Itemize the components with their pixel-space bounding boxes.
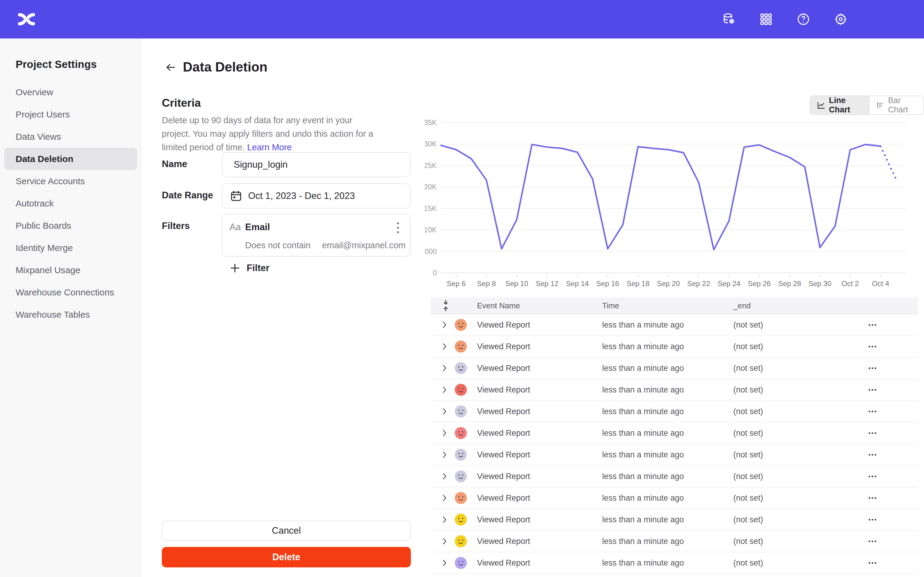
cancel-button[interactable]: Cancel <box>162 521 411 541</box>
table-row[interactable]: Viewed Report less than a minute ago (no… <box>431 358 918 379</box>
table-row[interactable]: Viewed Report less than a minute ago (no… <box>431 552 918 574</box>
row-menu-icon[interactable]: ••• <box>864 358 882 379</box>
name-input[interactable]: Signup_login <box>222 152 410 177</box>
sidebar-item-service-accounts[interactable]: Service Accounts <box>0 170 141 192</box>
row-menu-icon[interactable]: ••• <box>864 401 882 422</box>
bar-chart-toggle[interactable]: Bar Chart <box>869 96 923 114</box>
sidebar-item-warehouse-tables[interactable]: Warehouse Tables <box>0 303 141 326</box>
line-chart-icon <box>817 100 825 110</box>
row-menu-icon[interactable]: ••• <box>864 314 882 335</box>
expand-row-icon[interactable] <box>439 422 450 443</box>
expand-row-icon[interactable] <box>439 574 450 577</box>
row-menu-icon[interactable]: ••• <box>864 466 882 487</box>
sidebar-item-public-boards[interactable]: Public Boards <box>0 214 141 237</box>
sidebar-item-warehouse-connections[interactable]: Warehouse Connections <box>0 281 141 303</box>
row-menu-icon[interactable]: ••• <box>864 552 882 574</box>
expand-row-icon[interactable] <box>439 444 450 465</box>
svg-text:20K: 20K <box>425 183 437 191</box>
expand-row-icon[interactable] <box>439 487 450 508</box>
table-row[interactable]: Viewed Report less than a minute ago (no… <box>431 401 918 422</box>
collapse-rows-icon[interactable] <box>440 300 451 311</box>
table-row[interactable]: Viewed Report less than a minute ago (no… <box>431 336 918 358</box>
sidebar-item-mixpanel-usage[interactable]: Mixpanel Usage <box>0 259 141 281</box>
sidebar-item-overview[interactable]: Overview <box>0 81 141 103</box>
sidebar-item-data-views[interactable]: Data Views <box>0 126 141 148</box>
filter-condition-row: Does not contain email@mixpanel.com <box>245 240 405 250</box>
row-menu-icon[interactable]: ••• <box>864 444 882 465</box>
table-row[interactable]: Viewed Report less than a minute ago (no… <box>431 444 918 466</box>
sidebar-item-autotrack[interactable]: Autotrack <box>0 192 141 214</box>
string-type-badge: Aa <box>229 222 245 233</box>
filter-operator[interactable]: Does not contain <box>245 240 311 250</box>
topbar-icon-group <box>721 0 848 39</box>
table-row[interactable]: Viewed Report less than a minute ago (no… <box>431 531 918 552</box>
table-row[interactable]: Viewed Report less than a minute ago (no… <box>431 314 918 336</box>
name-input-value: Signup_login <box>222 159 288 170</box>
row-menu-icon[interactable]: ••• <box>864 531 882 552</box>
table-row[interactable]: Viewed Report less than a minute ago (no… <box>431 422 918 444</box>
sidebar-item-data-deletion[interactable]: Data Deletion <box>4 148 137 170</box>
column-header-end[interactable]: _end <box>733 298 751 314</box>
table-row[interactable]: Viewed Report less than a minute ago (no… <box>431 574 918 577</box>
sidebar-item-project-users[interactable]: Project Users <box>0 103 141 126</box>
expand-row-icon[interactable] <box>439 552 450 574</box>
table-row[interactable]: Viewed Report less than a minute ago (no… <box>431 509 918 531</box>
delete-button[interactable]: Delete <box>162 547 411 567</box>
line-chart-toggle[interactable]: Line Chart <box>810 96 869 114</box>
expand-row-icon[interactable] <box>439 466 450 487</box>
end-cell: (not set) <box>733 314 763 335</box>
time-cell: less than a minute ago <box>602 574 684 577</box>
svg-text:Sep 14: Sep 14 <box>566 279 589 288</box>
row-menu-icon[interactable]: ••• <box>864 422 882 443</box>
sidebar-nav: OverviewProject UsersData ViewsData Dele… <box>0 81 141 326</box>
row-menu-icon[interactable]: ••• <box>864 487 882 508</box>
settings-gear-icon[interactable] <box>833 12 848 27</box>
mixpanel-logo-icon[interactable] <box>17 10 36 29</box>
event-name-cell: Viewed Report <box>477 466 530 487</box>
add-filter-button[interactable]: Filter <box>230 263 270 274</box>
column-header-time[interactable]: Time <box>602 298 619 314</box>
expand-row-icon[interactable] <box>439 336 450 357</box>
back-button[interactable] <box>164 61 178 74</box>
event-name-cell: Viewed Report <box>477 531 530 552</box>
help-icon[interactable] <box>796 12 811 27</box>
time-cell: less than a minute ago <box>602 466 684 487</box>
time-cell: less than a minute ago <box>602 379 684 400</box>
time-cell: less than a minute ago <box>602 401 684 422</box>
expand-row-icon[interactable] <box>439 358 450 379</box>
table-row[interactable]: Viewed Report less than a minute ago (no… <box>431 466 918 487</box>
learn-more-link[interactable]: Learn More <box>247 142 292 152</box>
name-label: Name <box>162 159 187 169</box>
expand-row-icon[interactable] <box>439 531 450 552</box>
criteria-description: Delete up to 90 days of data for any eve… <box>162 114 377 154</box>
filter-property-row: Aa Email <box>229 222 270 233</box>
filter-menu-icon[interactable] <box>393 221 403 234</box>
data-management-icon[interactable] <box>721 12 736 27</box>
row-menu-icon[interactable]: ••• <box>864 379 882 400</box>
row-menu-icon[interactable]: ••• <box>864 509 882 530</box>
row-menu-icon[interactable]: ••• <box>864 574 882 577</box>
time-cell: less than a minute ago <box>602 336 684 357</box>
expand-row-icon[interactable] <box>439 401 450 422</box>
row-menu-icon[interactable]: ••• <box>864 336 882 357</box>
expand-row-icon[interactable] <box>439 509 450 530</box>
events-table: Event Name Time _end Viewed Report less … <box>431 298 918 577</box>
sidebar-item-identity-merge[interactable]: Identity Merge <box>0 237 141 259</box>
table-row[interactable]: Viewed Report less than a minute ago (no… <box>431 487 918 509</box>
filter-value[interactable]: email@mixpanel.com <box>322 240 406 250</box>
date-range-input[interactable]: Oct 1, 2023 - Dec 1, 2023 <box>222 183 410 209</box>
expand-row-icon[interactable] <box>439 379 450 400</box>
svg-text:25K: 25K <box>425 161 437 169</box>
svg-text:Sep 26: Sep 26 <box>748 279 771 288</box>
event-name-cell: Viewed Report <box>477 401 530 422</box>
column-header-event-name[interactable]: Event Name <box>477 298 520 314</box>
end-cell: (not set) <box>733 336 763 357</box>
user-avatar <box>455 319 467 331</box>
apps-grid-icon[interactable] <box>759 12 774 27</box>
bar-chart-icon <box>876 100 885 110</box>
filter-card[interactable]: Aa Email Does not contain email@mixpanel… <box>222 214 410 257</box>
table-row[interactable]: Viewed Report less than a minute ago (no… <box>431 379 918 401</box>
svg-text:Sep 12: Sep 12 <box>536 279 559 288</box>
expand-row-icon[interactable] <box>439 314 450 335</box>
chart-type-toggle: Line Chart Bar Chart <box>810 95 924 115</box>
